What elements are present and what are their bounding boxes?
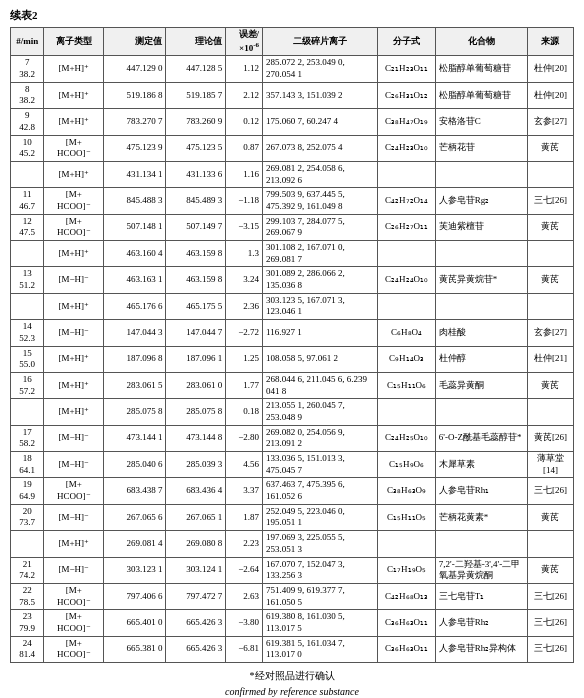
table-row: 1452.3[M−H]⁻147.044 3147.044 7−2.72116.9… xyxy=(11,320,574,346)
table-row: 1351.2[M−H]⁻463.163 1463.159 83.24301.08… xyxy=(11,267,574,293)
col-header-ion: 离子类型 xyxy=(44,28,104,56)
table-row: [M+H]⁺431.134 1431.133 61.16269.081 2, 2… xyxy=(11,161,574,187)
col-header-meas: 测定值 xyxy=(104,28,166,56)
table-row: 1045.2[M+HCOO]⁻475.123 9475.123 50.87267… xyxy=(11,135,574,161)
col-header-mol: 分子式 xyxy=(378,28,436,56)
table-row: 1146.7[M+HCOO]⁻845.488 3845.489 3−1.1879… xyxy=(11,188,574,214)
table-row: 2481.4[M+HCOO]⁻665.381 0665.426 3−6.8161… xyxy=(11,636,574,662)
table-row: [M+H]⁺465.176 6465.175 52.36303.123 5, 1… xyxy=(11,293,574,319)
table-row: 738.2[M+H]⁺447.129 0447.128 51.12285.072… xyxy=(11,56,574,82)
col-header-comp: 化合物 xyxy=(435,28,527,56)
col-header-source: 来源 xyxy=(527,28,573,56)
data-table: #/min 离子类型 测定值 理论值 误差/×10-6 二级碎片离子 分子式 化… xyxy=(10,27,574,663)
footnote: *经对照品进行确认 xyxy=(10,669,574,683)
col-header-error: 误差/×10-6 xyxy=(226,28,263,56)
table-row: [M+H]⁺463.160 4463.159 81.3301.108 2, 16… xyxy=(11,241,574,267)
table-row: [M+H]⁺269.081 4269.080 82.23197.069 3, 2… xyxy=(11,531,574,557)
table-row: 1247.5[M+HCOO]⁻507.148 1507.149 7−3.1529… xyxy=(11,214,574,240)
table-row: 942.8[M+H]⁺783.270 7783.260 90.12175.060… xyxy=(11,109,574,135)
footnote-en: confirmed by reference substance xyxy=(10,686,574,697)
table-row: 1864.1[M−H]⁻285.040 6285.039 34.56133.03… xyxy=(11,452,574,478)
table-row: 1758.2[M−H]⁻473.144 1473.144 8−2.80269.0… xyxy=(11,425,574,451)
col-header-theo: 理论值 xyxy=(166,28,226,56)
table-row: [M+H]⁺285.075 8285.075 80.18213.055 1, 2… xyxy=(11,399,574,425)
table-row: 2379.9[M+HCOO]⁻665.401 0665.426 3−3.8061… xyxy=(11,610,574,636)
table-row: 1657.2[M+H]⁺283.061 5283.061 01.77268.04… xyxy=(11,372,574,398)
table-row: 1964.9[M+HCOO]⁻683.438 7683.436 43.37637… xyxy=(11,478,574,504)
table-row: 838.2[M+H]⁺519.186 8519.185 72.12357.143… xyxy=(11,82,574,108)
table-title: 续表2 xyxy=(10,8,574,23)
table-row: 2174.2[M−H]⁻303.123 1303.124 1−2.64167.0… xyxy=(11,557,574,583)
table-row: 1555.0[M+H]⁺187.096 8187.096 11.25108.05… xyxy=(11,346,574,372)
col-header-frag: 二级碎片离子 xyxy=(263,28,378,56)
table-row: 2073.7[M−H]⁻267.065 6267.065 11.87252.04… xyxy=(11,504,574,530)
table-row: 2278.5[M+HCOO]⁻797.406 6797.472 72.63751… xyxy=(11,583,574,609)
col-header-no: #/min xyxy=(11,28,44,56)
